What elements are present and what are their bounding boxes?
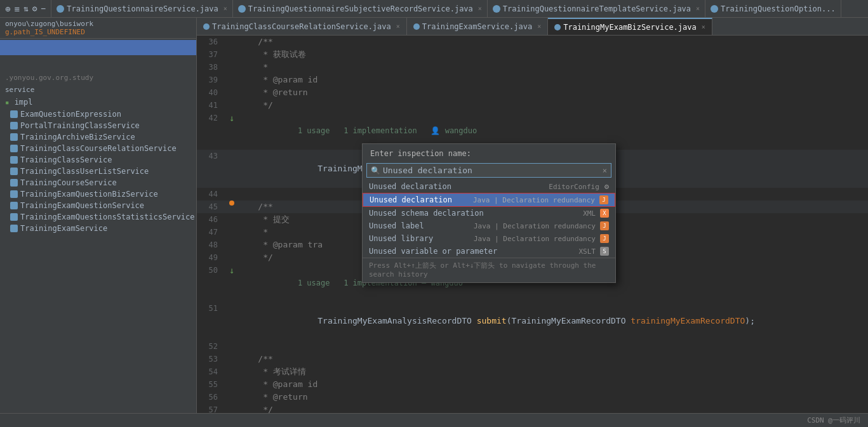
- sidebar-item-5[interactable]: TrainingClassUserListService: [0, 166, 196, 177]
- popup-item-0[interactable]: Unused declaration EditorConfig ⚙: [363, 180, 615, 193]
- java-badge-3: J: [600, 221, 609, 230]
- code-line-36: 36 /**: [197, 36, 868, 48]
- code-line-37: 37 * 获取试卷: [197, 48, 868, 61]
- code-line-38: 38 *: [197, 61, 868, 74]
- xslt-badge-5: S: [600, 247, 609, 256]
- code-line-55: 55 * @param id: [197, 378, 868, 391]
- clear-icon[interactable]: ×: [603, 166, 607, 175]
- popup-title: Enter inspection name:: [363, 144, 615, 161]
- minimize-icon[interactable]: −: [41, 4, 46, 13]
- code-line-41: 41 */: [197, 99, 868, 112]
- gutter-45: [225, 200, 238, 206]
- status-bar: CSDN @一码评川: [0, 413, 868, 427]
- sidebar-item-10[interactable]: TrainingExamService: [0, 223, 196, 234]
- code-line-53: 53 /**: [197, 353, 868, 365]
- code-line-51: 51 TrainingMyExamAnalysisRecordDTO submi…: [197, 302, 868, 340]
- sidebar-item-6[interactable]: TrainingCourseService: [0, 177, 196, 188]
- split-icon[interactable]: ⇅: [23, 4, 29, 13]
- popup-item-4[interactable]: Unused library Java | Declaration redund…: [363, 232, 615, 245]
- popup-item-2[interactable]: Unused schema declaration XML X: [363, 207, 615, 220]
- sidebar-item-2[interactable]: TrainingArchiveBizService: [0, 131, 196, 143]
- tab-template-service[interactable]: TrainingQuestionnaireTemplateService.jav…: [488, 0, 705, 17]
- popup-item-3[interactable]: Unused label Java | Declaration redundan…: [363, 220, 615, 232]
- code-line-39: 39 * @param id: [197, 74, 868, 86]
- sidebar: onyou\zugong\busiwork g.path_IS_UNDEFINE…: [0, 18, 197, 413]
- popup-item-1[interactable]: Unused declaration Java | Declaration re…: [363, 193, 615, 207]
- tab-close-2[interactable]: ×: [696, 5, 700, 12]
- settings-icon[interactable]: ⚙: [32, 4, 37, 13]
- code-line-40: 40 * @return: [197, 86, 868, 99]
- tab-question-option[interactable]: TrainingQuestionOption...: [705, 0, 841, 17]
- editor-tab-close-2[interactable]: ×: [702, 23, 705, 30]
- tab-subjective-record[interactable]: TrainingQuestionnaireSubjectiveRecordSer…: [233, 0, 488, 17]
- list-icon[interactable]: ≡: [14, 4, 19, 14]
- search-icon: 🔍: [371, 166, 380, 175]
- code-view[interactable]: 36 /** 37 * 获取试卷 38 *: [197, 36, 868, 413]
- arrow-icon-42[interactable]: ↓: [229, 112, 234, 124]
- sidebar-list: ExamQuestionExpression PortalTrainingCla…: [0, 108, 196, 413]
- sidebar-domain: .yonyou.gov.org.study: [0, 72, 196, 84]
- warning-dot-45: [229, 200, 234, 206]
- status-label: CSDN @一码评川: [807, 416, 860, 425]
- code-line-52: 52: [197, 340, 868, 353]
- xml-badge-2: X: [600, 209, 609, 218]
- sidebar-service: service: [0, 84, 196, 96]
- arrow-icon-50[interactable]: ↓: [229, 264, 234, 277]
- sidebar-item-8[interactable]: TrainingExamQuestionService: [0, 200, 196, 211]
- popup-item-5[interactable]: Unused variable or parameter XSLT S: [363, 245, 615, 258]
- sidebar-item-4[interactable]: TrainingClassService: [0, 154, 196, 166]
- sidebar-item-0[interactable]: ExamQuestionExpression: [0, 108, 196, 120]
- tab-questionnaire-service[interactable]: TrainingQuestionnaireService.java ×: [51, 0, 232, 17]
- java-badge-1: J: [599, 195, 608, 204]
- sidebar-item-3[interactable]: TrainingClassCourseRelationService: [0, 143, 196, 154]
- globe-icon[interactable]: ⊕: [5, 4, 10, 14]
- sidebar-path-sub: g.path_IS_UNDEFINED: [5, 28, 191, 36]
- editor-tab-mybiz-service[interactable]: TrainingMyExamBizService.java ×: [548, 18, 712, 35]
- gear-icon-0[interactable]: ⚙: [604, 182, 609, 191]
- inspection-popup: Enter inspection name: 🔍 × Unused declar…: [362, 143, 616, 283]
- popup-box: Enter inspection name: 🔍 × Unused declar…: [362, 143, 616, 283]
- popup-input-row[interactable]: 🔍 ×: [366, 163, 611, 178]
- sidebar-path-main: onyou\zugong\busiwork: [5, 20, 191, 28]
- editor-tab-close-0[interactable]: ×: [396, 23, 400, 30]
- tab-close-1[interactable]: ×: [478, 5, 482, 12]
- sidebar-item-7[interactable]: TrainingExamQuestionBizService: [0, 188, 196, 200]
- main-layout: onyou\zugong\busiwork g.path_IS_UNDEFINE…: [0, 18, 868, 413]
- editor-tab-close-1[interactable]: ×: [537, 23, 541, 30]
- sidebar-impl-section: ▪ impl: [0, 96, 196, 108]
- popup-hint: Press Alt+↑上箭头 or Alt+↓下箭头 to navigate t…: [363, 258, 615, 282]
- editor-tab-bar: TrainingClassCourseRelationService.java …: [197, 18, 868, 36]
- tab-close-0[interactable]: ×: [224, 5, 227, 12]
- top-tab-row1: ⊕ ≡ ⇅ ⚙ − TrainingQuestionnaireService.j…: [0, 0, 868, 18]
- code-line-57: 57 */: [197, 404, 868, 413]
- java-badge-4: J: [600, 234, 609, 243]
- code-line-56: 56 * @return: [197, 391, 868, 404]
- inspection-search-input[interactable]: [383, 166, 603, 175]
- editor-tab-class-course[interactable]: TrainingClassCourseRelationService.java …: [197, 18, 407, 35]
- sidebar-item-9[interactable]: TrainingExamQuestionsStatisticsService: [0, 211, 196, 223]
- editor-area: TrainingClassCourseRelationService.java …: [197, 18, 868, 413]
- editor-tab-exam-service[interactable]: TrainingExamService.java ×: [407, 18, 548, 35]
- code-line-54: 54 * 考试详情: [197, 365, 868, 378]
- popup-list: Unused declaration EditorConfig ⚙ Unused…: [363, 180, 615, 258]
- sidebar-item-1[interactable]: PortalTrainingClassService: [0, 120, 196, 131]
